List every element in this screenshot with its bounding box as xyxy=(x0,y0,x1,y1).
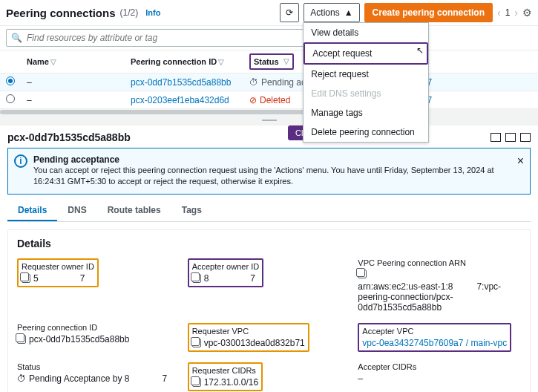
dropdown-delete[interactable]: Delete peering connection xyxy=(304,122,428,142)
peering-table: Name▽ Peering connection ID▽ Status▽ Acc… xyxy=(0,50,538,109)
chevron-up-icon: ▲ xyxy=(344,7,353,18)
actions-label: Actions xyxy=(310,7,339,18)
dropdown-reject-request[interactable]: Reject request xyxy=(304,65,428,84)
row-pcid-link[interactable]: pcx-0dd7b1535cd5a88bb xyxy=(131,77,231,88)
cursor-icon: ↖ xyxy=(416,45,424,56)
field-requester-owner: Requester owner ID 57 xyxy=(17,258,180,287)
search-row: 🔍 xyxy=(0,26,538,50)
field-accepter-vpc: Accepter VPC vpc-0ea3432745b7609a7 / mai… xyxy=(358,323,521,352)
page-header: Peering connections (1/2) Info ⟳ Actions… xyxy=(0,0,538,26)
row-pcid-link[interactable]: pcx-0203eef1eba432d6d xyxy=(131,95,229,105)
table-wrapper: Name▽ Peering connection ID▽ Status▽ Acc… xyxy=(0,50,538,115)
deleted-icon: ⊘ xyxy=(249,95,257,105)
alert-title: Pending acceptance xyxy=(33,154,511,165)
field-requester-vpc: Requester VPC vpc-030013dea0d832b71 xyxy=(188,323,351,352)
card-title: Details xyxy=(17,238,521,249)
col-status[interactable]: Status xyxy=(254,57,279,66)
copy-icon[interactable] xyxy=(22,274,30,283)
pending-alert: i Pending acceptance You can accept or r… xyxy=(7,148,531,195)
layout-icon-1[interactable] xyxy=(491,133,501,142)
details-card: Details Requester owner ID 57 Accepter o… xyxy=(7,229,531,392)
copy-icon[interactable] xyxy=(192,378,201,387)
split-handle[interactable] xyxy=(0,115,538,125)
row-name: – xyxy=(21,74,125,91)
tab-details[interactable]: Details xyxy=(7,200,57,221)
page-count: (1/2) xyxy=(120,7,139,18)
info-link[interactable]: Info xyxy=(145,8,160,17)
detail-tabs: Details DNS Route tables Tags xyxy=(7,200,531,222)
copy-icon[interactable] xyxy=(17,335,26,344)
field-pcid: Peering connection ID pcx-0dd7b1535cd5a8… xyxy=(17,323,180,344)
copy-icon[interactable] xyxy=(192,339,201,347)
tab-route-tables[interactable]: Route tables xyxy=(97,200,171,221)
row-name: – xyxy=(21,91,125,109)
gear-icon[interactable]: ⚙ xyxy=(522,7,532,19)
field-arn: VPC Peering connection ARN arn:aws:ec2:u… xyxy=(358,258,521,313)
actions-button[interactable]: Actions ▲ xyxy=(304,3,359,22)
actions-dropdown: View details Accept request ↖ Reject req… xyxy=(303,22,429,143)
pager: ‹ 1 › xyxy=(497,7,518,19)
dropdown-accept-request[interactable]: Accept request xyxy=(304,42,428,65)
dropdown-edit-dns: Edit DNS settings xyxy=(304,84,428,103)
field-status: Status ⏱Pending Acceptance by 87 xyxy=(17,362,180,384)
field-accepter-cidrs: Accepter CIDRs – xyxy=(358,362,521,384)
field-requester-cidrs: Requester CIDRs 172.31.0.0/16 xyxy=(188,362,351,391)
actions-menu-wrapper: Actions ▲ View details Accept request ↖ … xyxy=(304,3,359,22)
pager-page: 1 xyxy=(505,7,511,18)
alert-close-button[interactable]: × xyxy=(517,154,524,168)
search-box[interactable]: 🔍 xyxy=(6,29,310,47)
pager-next-icon[interactable]: › xyxy=(514,7,518,19)
field-accepter-owner: Accepter owner ID 87 xyxy=(188,258,351,287)
copy-icon[interactable] xyxy=(358,270,367,278)
create-peering-button[interactable]: Create peering connection xyxy=(364,3,493,22)
refresh-icon: ⟳ xyxy=(286,7,293,18)
sort-icon[interactable]: ▽ xyxy=(218,58,224,66)
tab-tags[interactable]: Tags xyxy=(171,200,212,221)
horizontal-scrollbar[interactable] xyxy=(0,109,538,115)
layout-icon-3[interactable] xyxy=(520,133,531,142)
row-radio[interactable] xyxy=(6,76,15,85)
table-row[interactable]: – pcx-0dd7b1535cd5a88bb ⏱Pending accepta… xyxy=(0,74,538,91)
alert-body: You can accept or reject this peering co… xyxy=(33,165,511,188)
clock-icon: ⏱ xyxy=(17,373,26,384)
tab-dns[interactable]: DNS xyxy=(57,200,96,221)
table-row[interactable]: – pcx-0203eef1eba432d6d ⊘Deleted vpc-0ea… xyxy=(0,91,538,109)
table-header-row: Name▽ Peering connection ID▽ Status▽ Acc… xyxy=(0,50,538,74)
dropdown-view-details[interactable]: View details xyxy=(304,23,428,42)
dropdown-manage-tags[interactable]: Manage tags xyxy=(304,103,428,122)
layout-icon-2[interactable] xyxy=(505,133,516,142)
col-name[interactable]: Name xyxy=(27,57,49,66)
copy-icon[interactable] xyxy=(192,274,201,283)
info-icon: i xyxy=(14,154,27,168)
clock-icon: ⏱ xyxy=(249,77,258,88)
detail-pane: pcx-0dd7b1535cd5a88bb i Pending acceptan… xyxy=(0,125,538,392)
search-icon: 🔍 xyxy=(11,33,22,43)
refresh-button[interactable]: ⟳ xyxy=(280,3,299,22)
detail-title: pcx-0dd7b1535cd5a88bb xyxy=(7,131,131,143)
search-input[interactable] xyxy=(27,33,305,43)
sort-icon[interactable]: ▽ xyxy=(50,58,56,66)
pager-prev-icon[interactable]: ‹ xyxy=(497,7,501,19)
page-title: Peering connections xyxy=(6,7,116,19)
sort-icon[interactable]: ▽ xyxy=(283,57,289,66)
row-radio[interactable] xyxy=(6,94,15,103)
col-pcid[interactable]: Peering connection ID xyxy=(131,57,217,66)
